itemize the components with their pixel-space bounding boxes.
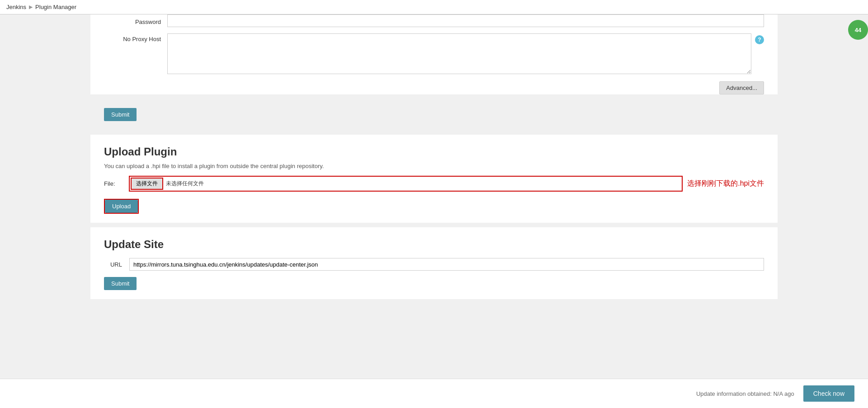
submit-row-1: Submit [90, 103, 778, 130]
upload-button[interactable]: Upload [105, 200, 138, 213]
breadcrumb: Jenkins ▶ Plugin Manager [0, 0, 868, 14]
upload-plugin-heading: Upload Plugin [90, 135, 778, 163]
breadcrumb-plugin-manager: Plugin Manager [35, 4, 76, 10]
file-label: File: [104, 180, 129, 187]
url-input[interactable]: https://mirrors.tuna.tsinghua.edu.cn/jen… [129, 258, 764, 271]
file-upload-row: File: 选择文件 未选择任何文件 选择刚刚下载的.hpi文件 [90, 176, 778, 196]
url-row: URL https://mirrors.tuna.tsinghua.edu.cn… [104, 258, 764, 271]
file-input-wrapper: 选择文件 未选择任何文件 [129, 176, 683, 192]
upload-btn-row: Upload [90, 196, 778, 223]
no-proxy-input[interactable] [167, 33, 751, 74]
breadcrumb-jenkins[interactable]: Jenkins [6, 4, 26, 10]
breadcrumb-arrow: ▶ [29, 4, 33, 10]
no-proxy-row: No Proxy Host ? [90, 33, 778, 77]
divider-1 [90, 130, 778, 135]
badge-count: 44 [855, 27, 861, 33]
submit-button-2[interactable]: Submit [104, 277, 137, 290]
file-choose-button[interactable]: 选择文件 [131, 178, 163, 190]
url-label: URL [104, 261, 122, 268]
password-input[interactable] [167, 14, 764, 27]
help-icon-text: ? [758, 37, 761, 43]
update-site-section: URL https://mirrors.tuna.tsinghua.edu.cn… [90, 258, 778, 299]
update-site-heading: Update Site [90, 227, 778, 258]
upload-button-wrapper: Upload [104, 199, 139, 214]
password-row: Password [90, 14, 778, 33]
notification-badge[interactable]: 44 [848, 20, 868, 40]
no-proxy-help-icon[interactable]: ? [755, 35, 764, 44]
upload-plugin-description: You can upload a .hpi file to install a … [90, 163, 778, 176]
file-no-file-text: 未选择任何文件 [166, 180, 204, 188]
submit-button-1[interactable]: Submit [104, 108, 137, 121]
advanced-button[interactable]: Advanced... [719, 81, 764, 94]
file-hint-text: 选择刚刚下载的.hpi文件 [687, 179, 764, 188]
password-label: Password [104, 16, 167, 25]
main-content: Password No Proxy Host ? Advanced... Sub… [90, 14, 778, 326]
divider-2 [90, 223, 778, 227]
no-proxy-label: No Proxy Host [104, 33, 167, 42]
